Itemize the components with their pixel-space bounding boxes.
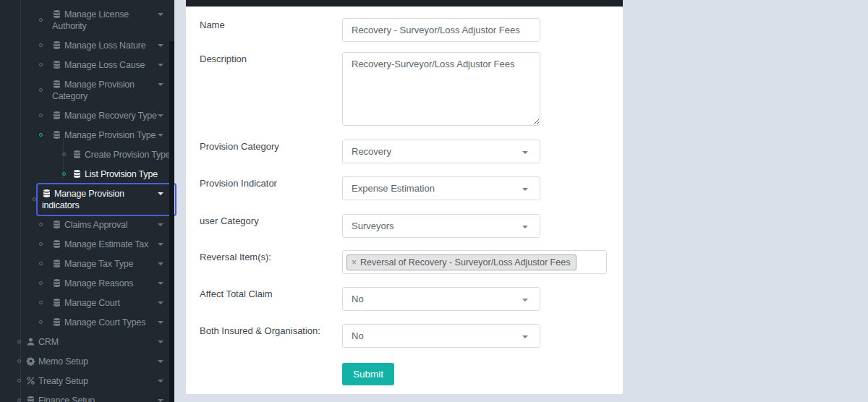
database-icon xyxy=(52,259,61,268)
form-panel: NameDescriptionRecovery-Surveyor/Loss Ad… xyxy=(186,7,623,394)
sidebar-item-label: Manage Loss Cause xyxy=(64,60,145,70)
chevron-down-icon xyxy=(158,302,163,304)
database-icon xyxy=(52,298,61,307)
field-label: Description xyxy=(200,54,247,64)
user-category-select[interactable]: Surveyors xyxy=(342,214,540,238)
database-icon xyxy=(72,169,82,179)
app-window: Manage License AuthorityManage Loss Natu… xyxy=(0,0,868,402)
tree-bullet-icon xyxy=(17,340,21,343)
tree-bullet-icon xyxy=(33,197,36,201)
selected-option-label: No xyxy=(352,288,364,311)
database-icon xyxy=(52,60,61,69)
sidebar-item-label: Manage Court xyxy=(64,298,120,308)
chevron-down-icon xyxy=(158,134,163,137)
both-insured-organisation-select[interactable]: No xyxy=(342,324,540,348)
chevron-down-icon xyxy=(158,262,163,265)
database-icon xyxy=(42,189,51,198)
remove-tag-icon[interactable]: × xyxy=(352,257,357,268)
sidebar-item-treaty-setup[interactable]: Treaty Setup xyxy=(0,372,174,391)
chevron-down-icon xyxy=(522,226,528,228)
sidebar-item-label: Manage Estimate Tax xyxy=(64,239,148,249)
chevron-down-icon xyxy=(158,341,163,343)
chevron-down-icon xyxy=(522,188,528,191)
chevron-down-icon xyxy=(158,44,163,47)
sidebar-item-manage-provision-indicators[interactable]: Manage Provision indicators xyxy=(0,184,174,215)
sidebar-item-crm[interactable]: CRM xyxy=(0,333,174,352)
chevron-down-icon xyxy=(158,13,163,16)
chevron-down-icon xyxy=(158,360,163,363)
database-icon xyxy=(52,239,61,249)
selected-option-label: No xyxy=(352,325,364,348)
sidebar-item-label: Manage Provision Type xyxy=(64,130,156,140)
sidebar-item-label: Treaty Setup xyxy=(38,376,88,386)
sidebar-item-manage-license-authority[interactable]: Manage License Authority xyxy=(0,5,174,36)
tree-bullet-icon xyxy=(39,88,43,92)
sidebar: Manage License AuthorityManage Loss Natu… xyxy=(0,0,174,402)
selected-option-label: Recovery xyxy=(352,140,391,163)
tree-bullet-icon xyxy=(39,18,43,22)
chevron-down-icon xyxy=(522,151,528,154)
description-textarea[interactable]: Recovery-Surveyor/Loss Adjustor Fees xyxy=(342,52,540,126)
top-navbar xyxy=(186,0,623,7)
sidebar-item-label: Claims Approval xyxy=(64,220,127,230)
sidebar-item-manage-estimate-tax[interactable]: Manage Estimate Tax xyxy=(0,235,174,255)
sidebar-item-label: Manage Provision indicators xyxy=(42,189,124,210)
chevron-down-icon xyxy=(158,321,163,324)
sidebar-item-label: Manage Recovery Type xyxy=(64,111,157,121)
field-label: user Category xyxy=(200,215,259,226)
sidebar-item-finance-setup[interactable]: Finance Setup xyxy=(0,391,174,402)
sidebar-item-list-provision-type[interactable]: List Provision Type xyxy=(0,165,174,184)
field-label: Name xyxy=(200,20,225,30)
sidebar-item-manage-court[interactable]: Manage Court xyxy=(0,294,174,313)
name-input[interactable] xyxy=(342,18,540,42)
database-icon xyxy=(26,395,35,402)
database-icon xyxy=(52,317,61,327)
sidebar-item-create-provision-type[interactable]: Create Provision Type xyxy=(0,145,174,165)
database-icon xyxy=(52,80,61,89)
tree-bullet-icon xyxy=(39,114,43,117)
percent-icon xyxy=(26,376,35,385)
sidebar-item-manage-provision-type[interactable]: Manage Provision Type xyxy=(0,126,174,145)
chevron-down-icon xyxy=(158,399,163,402)
provision-indicator-select[interactable]: Expense Estimation xyxy=(342,176,540,200)
sidebar-item-manage-recovery-type[interactable]: Manage Recovery Type xyxy=(0,106,174,126)
sidebar-item-manage-loss-cause[interactable]: Manage Loss Cause xyxy=(0,56,174,75)
sidebar-item-manage-court-types[interactable]: Manage Court Types xyxy=(0,313,174,333)
sidebar-item-manage-reasons[interactable]: Manage Reasons xyxy=(0,274,174,294)
submit-button[interactable]: Submit xyxy=(342,363,394,385)
sidebar-item-memo-setup[interactable]: Memo Setup xyxy=(0,352,174,372)
sidebar-item-claims-approval[interactable]: Claims Approval xyxy=(0,215,174,235)
tree-bullet-icon xyxy=(39,223,43,226)
chevron-down-icon xyxy=(522,299,528,302)
sidebar-item-manage-loss-nature[interactable]: Manage Loss Nature xyxy=(0,36,174,56)
selected-tag: ×Reversal of Recovery - Surveyor/Loss Ad… xyxy=(346,255,576,270)
database-icon xyxy=(52,130,61,140)
sidebar-scrollbar[interactable] xyxy=(169,41,174,402)
tag-label: Reversal of Recovery - Surveyor/Loss Adj… xyxy=(360,257,570,268)
sidebar-item-label: Manage Loss Nature xyxy=(64,40,145,51)
selected-option-label: Surveyors xyxy=(352,215,394,238)
sidebar-item-label: Manage Court Types xyxy=(64,317,145,328)
tree-bullet-icon xyxy=(39,262,43,265)
tree-bullet-icon xyxy=(39,301,43,304)
provision-indicator-form: NameDescriptionRecovery-Surveyor/Loss Ad… xyxy=(186,7,623,394)
chevron-down-icon xyxy=(158,83,163,86)
chevron-down-icon xyxy=(522,335,528,338)
sidebar-item-label: Manage Reasons xyxy=(64,278,133,288)
chevron-down-icon xyxy=(158,243,163,246)
reversal-items-multiselect[interactable]: ×Reversal of Recovery - Surveyor/Loss Ad… xyxy=(342,250,607,274)
tree-bullet-icon xyxy=(62,153,66,156)
tree-bullet-icon xyxy=(39,281,43,285)
database-icon xyxy=(72,150,82,159)
provision-category-select[interactable]: Recovery xyxy=(342,140,540,163)
chevron-down-icon xyxy=(158,223,163,226)
sidebar-item-manage-provision-category[interactable]: Manage Provision Category xyxy=(0,75,174,106)
database-icon xyxy=(52,220,61,229)
tree-bullet-icon xyxy=(39,43,43,47)
tree-bullet-icon xyxy=(17,359,21,363)
sidebar-item-manage-tax-type[interactable]: Manage Tax Type xyxy=(0,255,174,274)
affect-total-claim-select[interactable]: No xyxy=(342,287,540,311)
tree-bullet-icon xyxy=(39,320,43,324)
gear-icon xyxy=(26,356,35,366)
sidebar-item-label: Finance Setup xyxy=(38,395,95,402)
